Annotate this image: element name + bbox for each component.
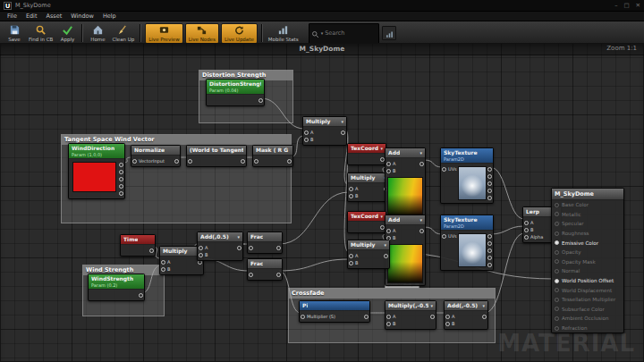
pin[interactable]: [349, 194, 353, 198]
pin[interactable]: [149, 248, 154, 253]
pin[interactable]: [386, 315, 391, 319]
pin[interactable]: [254, 159, 258, 164]
pin[interactable]: [119, 191, 123, 196]
mobile-stats-button[interactable]: Mobile Stats: [266, 23, 301, 43]
pin[interactable]: [445, 322, 450, 326]
node-wind-strength-param[interactable]: WindStrengthParam (0.2): [88, 274, 145, 301]
pin[interactable]: [119, 170, 123, 174]
live-update-toggle[interactable]: Live Update: [221, 23, 258, 44]
pin[interactable]: [386, 322, 391, 326]
pin[interactable]: [555, 232, 559, 236]
minimize-button[interactable]: –: [614, 1, 617, 10]
chevron-down-icon[interactable]: ▾: [341, 119, 343, 124]
pin[interactable]: [487, 234, 492, 239]
pin[interactable]: [555, 279, 559, 283]
pin[interactable]: [555, 269, 559, 274]
pin[interactable]: [487, 256, 492, 260]
pin[interactable]: [241, 159, 245, 164]
node-add-neg-05[interactable]: Add(,-0.5)▾AB: [444, 300, 488, 330]
pin[interactable]: [237, 246, 242, 250]
pin[interactable]: [555, 212, 559, 216]
pin[interactable]: [174, 159, 179, 164]
find-in-cb-button[interactable]: Find in CB: [26, 23, 55, 43]
apply-button[interactable]: Apply: [55, 23, 79, 43]
pin[interactable]: [249, 273, 253, 277]
node-wind-direction-param[interactable]: WindDirectionParam (1,0,0): [68, 143, 125, 199]
pin[interactable]: [249, 246, 253, 250]
node-texcoord-1[interactable]: TexCoord▾: [347, 143, 386, 165]
pin[interactable]: [349, 254, 353, 258]
pin[interactable]: [188, 159, 192, 164]
pin[interactable]: [442, 234, 446, 239]
menu-edit[interactable]: Edit: [21, 12, 42, 21]
pin[interactable]: [161, 267, 165, 272]
chevron-down-icon[interactable]: ▾: [384, 242, 386, 248]
node-multiply-2[interactable]: Multiply▾AB: [347, 173, 390, 202]
pin[interactable]: [487, 189, 492, 193]
chevron-down-icon[interactable]: ▾: [237, 234, 240, 240]
pin[interactable]: [555, 259, 559, 264]
pin[interactable]: [487, 196, 492, 200]
pin[interactable]: [430, 315, 435, 319]
maximize-button[interactable]: □: [623, 1, 629, 10]
node-add-05[interactable]: Add(,0.5)▾AB: [197, 232, 243, 261]
pin[interactable]: [482, 315, 487, 319]
pin[interactable]: [487, 174, 492, 179]
pin[interactable]: [276, 273, 281, 277]
pin[interactable]: [386, 162, 391, 166]
menu-file[interactable]: File: [3, 12, 21, 21]
pin[interactable]: [276, 246, 281, 250]
pin[interactable]: [487, 248, 492, 253]
pin[interactable]: [487, 181, 492, 186]
node-pi[interactable]: PiMultiplier (S): [299, 300, 370, 323]
pin[interactable]: [386, 229, 391, 233]
chevron-down-icon[interactable]: ▾: [321, 30, 324, 36]
home-button[interactable]: Home: [86, 23, 109, 43]
pin[interactable]: [487, 241, 492, 246]
pin[interactable]: [349, 187, 353, 191]
pin[interactable]: [119, 177, 123, 181]
pin[interactable]: [258, 98, 263, 103]
pin[interactable]: [287, 159, 292, 164]
pin[interactable]: [555, 222, 559, 226]
pin[interactable]: [132, 159, 137, 164]
node-multiply-3[interactable]: Multiply▾AB: [347, 240, 390, 269]
pin[interactable]: [384, 254, 388, 258]
pin[interactable]: [555, 307, 559, 311]
node-add-2[interactable]: Add▾AB: [385, 215, 426, 286]
pin[interactable]: [304, 138, 309, 142]
node-world-to-tangent[interactable]: (World to Tangent): [186, 145, 247, 167]
pin[interactable]: [341, 130, 345, 135]
pin[interactable]: [199, 246, 203, 250]
node-sky-texture-1[interactable]: SkyTextureParam2DUVs: [440, 147, 494, 204]
save-button[interactable]: Save: [3, 23, 26, 43]
pin[interactable]: [524, 228, 529, 232]
pin[interactable]: [487, 167, 492, 172]
chevron-down-icon[interactable]: ▾: [380, 146, 383, 151]
pin[interactable]: [524, 221, 529, 225]
node-add-1[interactable]: Add▾AB: [385, 147, 426, 219]
pin[interactable]: [419, 162, 424, 166]
pin[interactable]: [364, 315, 369, 319]
pin[interactable]: [349, 261, 353, 265]
pin[interactable]: [555, 203, 559, 207]
node-normalize[interactable]: NormalizeVectorInput: [131, 145, 181, 167]
pin[interactable]: [555, 316, 559, 321]
pin[interactable]: [161, 260, 165, 265]
node-sky-texture-2[interactable]: SkyTextureParam2DUVs: [440, 215, 494, 271]
menu-window[interactable]: Window: [66, 12, 98, 21]
pin[interactable]: [555, 298, 559, 302]
node-frac-1[interactable]: Frac: [247, 232, 283, 254]
graph-canvas[interactable]: MATERIAL M_SkyDome Zoom 1:1 Distortion S…: [0, 43, 644, 362]
stats-button[interactable]: [382, 26, 396, 40]
pin[interactable]: [419, 229, 424, 233]
pin[interactable]: [487, 263, 492, 267]
chevron-down-icon[interactable]: ▾: [419, 150, 422, 156]
node-texcoord-2[interactable]: TexCoord▾: [347, 211, 386, 233]
pin[interactable]: [555, 240, 559, 245]
node-time[interactable]: Time: [120, 234, 156, 257]
pin[interactable]: [139, 293, 143, 298]
pin[interactable]: [301, 315, 305, 319]
pin[interactable]: [524, 235, 529, 240]
chevron-down-icon[interactable]: ▾: [430, 303, 433, 308]
